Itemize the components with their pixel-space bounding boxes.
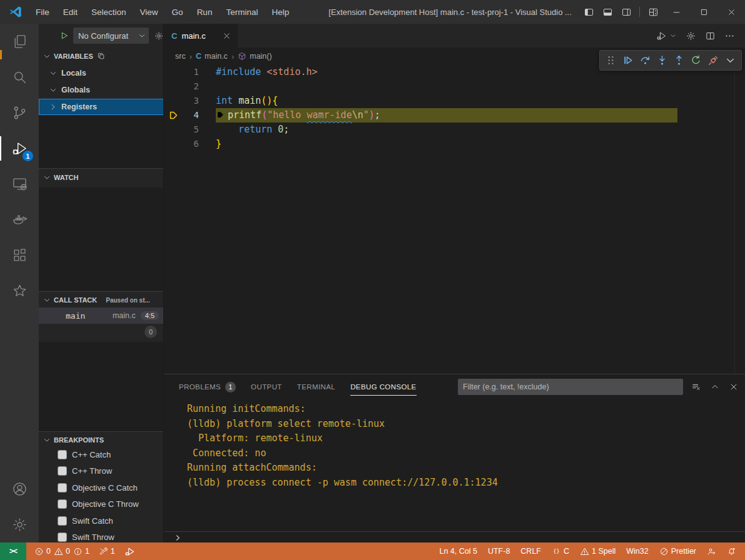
code-line-5[interactable]: 5return 0; xyxy=(164,122,745,137)
editor-settings-button[interactable] xyxy=(686,31,696,41)
debug-status[interactable] xyxy=(124,546,135,557)
menu-view[interactable]: View xyxy=(133,0,165,24)
breakpoint-row[interactable]: Objective C Catch xyxy=(39,479,164,496)
variables-section-header[interactable]: VARIABLES xyxy=(39,49,164,64)
prettier[interactable]: Prettier xyxy=(659,547,696,556)
debug-console-input[interactable] xyxy=(164,531,745,543)
maximize-panel-icon[interactable] xyxy=(710,382,720,392)
menu-edit[interactable]: Edit xyxy=(56,0,84,24)
tab-output[interactable]: OUTPUT xyxy=(251,374,282,399)
code-line-content[interactable]: } xyxy=(216,137,745,151)
breakpoint-margin[interactable] xyxy=(164,79,183,94)
split-editor-button[interactable] xyxy=(705,31,716,41)
breakpoint-row[interactable]: Swift Throw xyxy=(39,529,164,543)
toggle-panel[interactable] xyxy=(598,2,617,21)
activity-accounts[interactable] xyxy=(0,471,39,507)
breadcrumb-symbol[interactable]: main() xyxy=(238,52,271,61)
activity-star-view[interactable] xyxy=(0,273,39,309)
breakpoint-margin[interactable] xyxy=(164,94,183,108)
clear-console-icon[interactable] xyxy=(691,382,701,392)
breakpoint-checkbox[interactable] xyxy=(58,450,67,459)
editor-gutter[interactable]: 2 xyxy=(164,79,216,94)
debug-current-line-arrow[interactable] xyxy=(164,108,183,122)
activity-explorer[interactable] xyxy=(0,24,39,59)
breakpoint-margin[interactable] xyxy=(164,122,183,137)
call-stack-section-header[interactable]: CALL STACK Paused on st... xyxy=(39,292,164,308)
activity-docker[interactable] xyxy=(0,202,39,238)
activity-remote-explorer[interactable] xyxy=(0,166,39,202)
code-editor[interactable]: 1#include <stdio.h>23int main(){4printf(… xyxy=(164,65,745,374)
start-debugging-button[interactable] xyxy=(59,30,69,41)
breadcrumb-file[interactable]: C main.c xyxy=(196,52,228,61)
breakpoint-row[interactable]: C++ Throw xyxy=(39,463,164,479)
run-or-debug-button[interactable] xyxy=(656,31,667,41)
feedback[interactable] xyxy=(707,547,716,556)
menu-run[interactable]: Run xyxy=(190,0,220,24)
tools-status[interactable]: 1 xyxy=(99,547,115,556)
watch-section-header[interactable]: WATCH xyxy=(39,170,164,185)
notifications[interactable] xyxy=(727,547,736,556)
close-window-button[interactable] xyxy=(717,0,745,24)
activity-extensions[interactable] xyxy=(0,238,39,273)
variable-scope-locals[interactable]: Locals xyxy=(39,65,164,81)
editor-gutter[interactable]: 5 xyxy=(164,122,216,137)
console-filter-input[interactable] xyxy=(458,379,683,395)
variable-scope-globals[interactable]: Globals xyxy=(39,82,164,98)
minimize-button[interactable] xyxy=(662,0,690,24)
activity-manage[interactable] xyxy=(0,507,39,542)
customize-layout[interactable] xyxy=(644,2,662,21)
restart-button[interactable] xyxy=(689,53,704,68)
breakpoint-checkbox[interactable] xyxy=(58,466,67,476)
code-line-4[interactable]: 4printf("hello wamr-ide\n"); xyxy=(164,108,745,122)
stack-frame-row[interactable]: main main.c 4:5 xyxy=(39,308,164,324)
activity-search[interactable] xyxy=(0,59,39,95)
editor-gutter[interactable]: 1 xyxy=(164,65,216,79)
tab-debug-console[interactable]: DEBUG CONSOLE xyxy=(350,374,417,399)
breakpoint-row[interactable]: Swift Catch xyxy=(39,512,164,529)
step-into-button[interactable] xyxy=(654,53,669,68)
code-line-2[interactable]: 2 xyxy=(164,79,745,94)
menu-file[interactable]: File xyxy=(29,0,56,24)
code-line-3[interactable]: 3int main(){ xyxy=(164,94,745,108)
breakpoint-checkbox[interactable] xyxy=(58,516,67,526)
debug-console-output[interactable]: Running initCommands:(lldb) platform sel… xyxy=(164,399,745,531)
breakpoints-section-header[interactable]: BREAKPOINTS xyxy=(39,432,164,448)
code-line-content[interactable] xyxy=(216,79,745,94)
tab-problems[interactable]: PROBLEMS1 xyxy=(179,374,236,399)
copy-value-icon[interactable] xyxy=(97,52,106,61)
toolbar-drag-grip[interactable] xyxy=(604,53,619,68)
menu-selection[interactable]: Selection xyxy=(84,0,133,24)
editor-gutter[interactable]: 3 xyxy=(164,94,216,108)
launch-configuration-dropdown[interactable]: No Configurat xyxy=(73,28,149,44)
configure-gear-button[interactable] xyxy=(154,31,164,41)
breakpoint-row[interactable]: Objective C Throw xyxy=(39,496,164,512)
disconnect-button[interactable] xyxy=(706,53,721,68)
menu-terminal[interactable]: Terminal xyxy=(219,0,265,24)
language-mode[interactable]: {}C xyxy=(552,547,569,556)
platform[interactable]: Win32 xyxy=(626,547,648,556)
editor-scrollbar[interactable] xyxy=(734,65,735,374)
tab-terminal[interactable]: TERMINAL xyxy=(297,374,335,399)
menu-help[interactable]: Help xyxy=(265,0,296,24)
toggle-secondary-sidebar[interactable] xyxy=(617,2,636,21)
breadcrumb-folder[interactable]: src xyxy=(175,52,186,61)
remote-indicator[interactable]: >< xyxy=(0,542,26,560)
maximize-button[interactable] xyxy=(690,0,717,24)
close-panel-icon[interactable] xyxy=(729,382,739,392)
variable-scope-registers[interactable]: Registers xyxy=(39,99,164,115)
menu-go[interactable]: Go xyxy=(165,0,190,24)
cursor-position[interactable]: Ln 4, Col 5 xyxy=(439,547,477,556)
code-line-content[interactable]: printf("hello wamr-ide\n"); xyxy=(216,108,745,122)
continue-button[interactable] xyxy=(621,53,636,68)
breakpoint-margin[interactable] xyxy=(164,65,183,79)
breakpoint-checkbox[interactable] xyxy=(58,483,67,492)
step-out-button[interactable] xyxy=(672,53,687,68)
breakpoint-checkbox[interactable] xyxy=(58,499,67,509)
encoding[interactable]: UTF-8 xyxy=(488,547,510,556)
tab-main-c[interactable]: C main.c xyxy=(164,24,238,48)
activity-source-control[interactable] xyxy=(0,95,39,131)
editor-gutter[interactable]: 4 xyxy=(164,108,216,122)
code-line-6[interactable]: 6} xyxy=(164,137,745,151)
breakpoint-margin[interactable] xyxy=(164,137,183,151)
step-over-button[interactable] xyxy=(637,53,652,68)
